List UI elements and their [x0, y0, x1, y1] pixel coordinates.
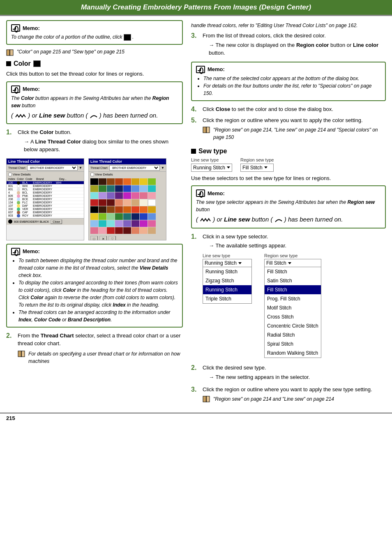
option-concentric-circle-stitch[interactable]: Concentric Circle Stitch [265, 321, 321, 330]
thread-chart-select-right[interactable]: BROTHER EMBROIDERY [109, 165, 160, 171]
color-cell[interactable] [99, 192, 106, 199]
color-cell[interactable] [140, 192, 148, 199]
dialog-list-row[interactable]: 4BCLEMBROIDERY [7, 191, 84, 194]
color-cell[interactable] [90, 227, 98, 234]
color-cell[interactable] [140, 213, 148, 220]
color-cell[interactable] [123, 178, 131, 185]
option-triple-stitch[interactable]: Triple Stitch [203, 294, 251, 303]
color-cell[interactable] [131, 220, 139, 227]
color-cell[interactable] [115, 192, 123, 199]
color-cell[interactable] [140, 206, 148, 213]
color-cell[interactable] [131, 192, 139, 199]
color-cell[interactable] [90, 178, 98, 185]
dialog-list-row[interactable]: 100BLAEMBROIDERYWHI [7, 181, 84, 185]
color-cell[interactable] [107, 227, 115, 234]
color-cell[interactable] [107, 178, 115, 185]
color-cell[interactable] [115, 213, 123, 220]
dialog-list-row[interactable]: 803ROYEMBROIDERY [7, 214, 84, 217]
color-cell[interactable] [115, 227, 123, 234]
option-cross-stitch[interactable]: Cross Stitch [265, 312, 321, 321]
color-cell[interactable] [123, 206, 131, 213]
icon-btn-1[interactable]: □ [90, 236, 98, 240]
region-sew-options[interactable]: Fill Stitch Satin Stitch Fill Stitch Pro… [264, 267, 321, 358]
dialog-list-row[interactable]: 206BCEEMBROIDERY [7, 198, 84, 201]
color-cell[interactable] [107, 185, 115, 192]
left-dialog-list[interactable]: 100BLAEMBROIDERYWHI 801WHIEMBROIDERY 801… [7, 181, 84, 218]
color-cell[interactable] [107, 199, 115, 206]
color-cell[interactable] [131, 206, 139, 213]
color-cell[interactable] [131, 185, 139, 192]
color-cell[interactable] [123, 185, 131, 192]
color-cell[interactable] [131, 178, 139, 185]
color-cell[interactable] [131, 199, 139, 206]
color-cell[interactable] [99, 206, 106, 213]
color-cell[interactable] [107, 220, 115, 227]
color-cell[interactable] [115, 199, 123, 206]
option-radial-stitch[interactable]: Radial Stitch [265, 330, 321, 339]
region-sew-selector[interactable]: Fill Stitch [240, 164, 274, 172]
color-cell[interactable] [148, 185, 156, 192]
color-cell[interactable] [123, 227, 131, 234]
color-cell[interactable] [99, 213, 106, 220]
color-cell[interactable] [148, 199, 156, 206]
color-cell[interactable] [107, 213, 115, 220]
dialog-list-row[interactable]: 801RCLEMBROIDERY [7, 188, 84, 191]
icon-btn-2[interactable]: ✕ [99, 236, 107, 240]
dialog-list-row[interactable]: 134FLCEMBROIDERY [7, 201, 84, 204]
color-cell[interactable] [140, 185, 148, 192]
color-cell[interactable] [90, 213, 98, 220]
color-cell[interactable] [148, 178, 156, 185]
color-cell[interactable] [131, 213, 139, 220]
color-cell[interactable] [99, 178, 106, 185]
icon-btn-3[interactable]: ♡ [108, 236, 116, 240]
color-cell[interactable] [140, 227, 148, 234]
color-cell[interactable] [123, 192, 131, 199]
line-sew-dropdown-header[interactable]: Running Stitch [203, 259, 252, 267]
color-cell[interactable] [140, 220, 148, 227]
color-cell[interactable] [123, 220, 131, 227]
color-cell[interactable] [148, 206, 156, 213]
color-cell[interactable] [148, 192, 156, 199]
line-sew-selector[interactable]: Running Stitch [191, 164, 232, 172]
dialog-list-row[interactable]: 107DAFEMBROIDERY [7, 204, 84, 208]
option-fill-stitch[interactable]: Fill Stitch [265, 267, 321, 276]
option-prog-fill-stitch[interactable]: Prog. Fill Stitch [265, 294, 321, 303]
option-motif-stitch[interactable]: Motif Stitch [265, 303, 321, 312]
color-cell[interactable] [148, 213, 156, 220]
option-running-stitch[interactable]: Running Stitch [203, 267, 251, 276]
color-cell[interactable] [115, 185, 123, 192]
color-cell[interactable] [148, 220, 156, 227]
option-random-walking-stitch[interactable]: Random Walking Stitch [265, 349, 321, 358]
dialog-list-row[interactable]: 330VEREMBROIDERY [7, 208, 84, 211]
dialog-list-row[interactable]: 805PNKEMBROIDERY [7, 194, 84, 198]
color-cell[interactable] [115, 220, 123, 227]
color-cell[interactable] [90, 192, 98, 199]
option-fill-stitch-2[interactable]: Fill Stitch [265, 285, 321, 294]
color-cell[interactable] [140, 178, 148, 185]
color-cell[interactable] [123, 213, 131, 220]
view-details-check[interactable] [8, 173, 12, 176]
color-grid[interactable] [90, 178, 164, 234]
color-cell[interactable] [90, 185, 98, 192]
view-details-check-right[interactable] [90, 173, 94, 176]
color-cell[interactable] [123, 199, 131, 206]
color-cell[interactable] [99, 220, 106, 227]
color-cell[interactable] [115, 178, 123, 185]
color-cell[interactable] [148, 227, 156, 234]
region-sew-dropdown-header[interactable]: Fill Stitch [264, 259, 321, 267]
color-cell[interactable] [90, 220, 98, 227]
option-spiral-stitch[interactable]: Spiral Stitch [265, 339, 321, 349]
color-cell[interactable] [99, 185, 106, 192]
option-zigzag-stitch[interactable]: Zigzag Stitch [203, 276, 251, 285]
line-sew-options[interactable]: Running Stitch Zigzag Stitch Running Sti… [203, 267, 252, 304]
color-cell[interactable] [107, 192, 115, 199]
color-cell[interactable] [107, 206, 115, 213]
thread-chart-select-left[interactable]: BROTHER EMBROIDERY [27, 165, 78, 171]
left-close-button[interactable]: Close [51, 219, 62, 224]
color-cell[interactable] [99, 199, 106, 206]
option-satin-stitch[interactable]: Satin Stitch [265, 276, 321, 285]
dialog-list-row[interactable]: 837CAFEMBROIDERY [7, 211, 84, 214]
color-cell[interactable] [90, 206, 98, 213]
color-cell[interactable] [131, 227, 139, 234]
dialog-list-row[interactable]: 801WHIEMBROIDERY [7, 185, 84, 188]
